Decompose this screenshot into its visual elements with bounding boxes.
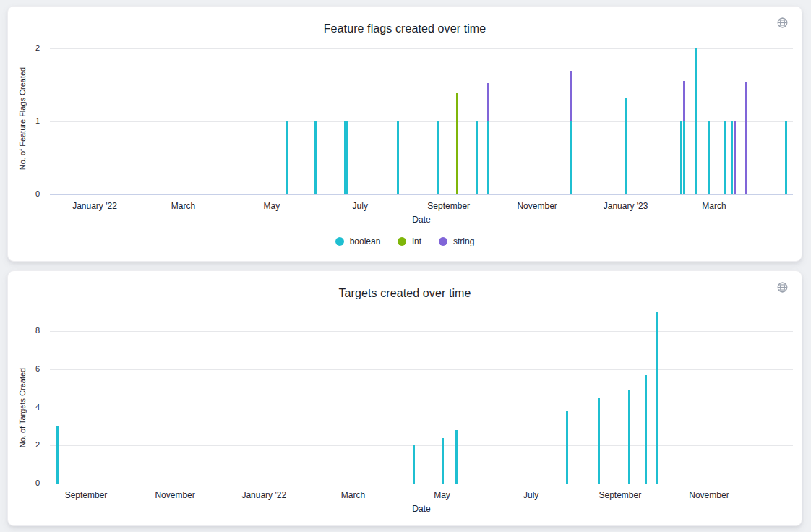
x-tick-label: January '23 (583, 201, 669, 212)
bar-string[interactable] (734, 121, 736, 194)
bar-boolean[interactable] (570, 121, 572, 194)
y-tick-label: 4 (8, 402, 40, 413)
x-tick-label: May (228, 201, 315, 212)
bar-boolean[interactable] (785, 121, 787, 194)
y-tick-label: 0 (8, 189, 40, 200)
gridline (50, 408, 793, 408)
x-tick-label: July (488, 490, 575, 501)
legend-dot (439, 237, 447, 246)
x-tick-label: July (317, 201, 403, 212)
bar-targets[interactable] (598, 398, 600, 484)
bar-targets[interactable] (413, 445, 415, 484)
x-tick-label: November (132, 490, 218, 501)
bar-targets[interactable] (442, 438, 444, 484)
bar-boolean[interactable] (680, 121, 682, 194)
x-tick-label: September (577, 490, 664, 501)
bar-boolean[interactable] (724, 121, 726, 194)
bar-targets[interactable] (455, 430, 458, 484)
bar-boolean[interactable] (487, 121, 489, 194)
chart-legend: booleanintstring (8, 236, 802, 246)
x-axis-title: Date (50, 215, 793, 225)
bar-targets[interactable] (645, 375, 647, 484)
legend-label: boolean (350, 236, 381, 246)
bar-boolean[interactable] (625, 98, 627, 194)
bar-int[interactable] (456, 93, 458, 194)
y-tick-label: 1 (8, 116, 40, 126)
bar-boolean[interactable] (476, 121, 478, 194)
legend-dot (335, 237, 344, 246)
bar-targets[interactable] (56, 426, 59, 484)
bar-targets[interactable] (566, 411, 568, 484)
legend-item-string[interactable]: string (439, 236, 474, 246)
x-tick-label: January '22 (220, 490, 307, 501)
bar-string[interactable] (683, 81, 685, 121)
bar-boolean[interactable] (344, 121, 348, 194)
bar-boolean[interactable] (397, 121, 399, 194)
bar-boolean[interactable] (708, 121, 710, 194)
x-tick-label: March (309, 490, 396, 501)
gridline (50, 331, 793, 332)
y-tick-label: 8 (8, 325, 40, 336)
bar-targets[interactable] (628, 390, 630, 484)
bar-boolean[interactable] (683, 121, 685, 194)
bar-boolean[interactable] (314, 121, 317, 194)
x-tick-label: September (406, 201, 492, 212)
gridline (50, 445, 793, 446)
legend-label: int (412, 236, 421, 246)
x-tick-label: March (140, 201, 226, 212)
bar-boolean[interactable] (286, 121, 288, 194)
legend-label: string (453, 236, 474, 246)
x-axis-title: Date (50, 504, 793, 514)
x-tick-label: November (494, 201, 580, 212)
bar-string[interactable] (487, 83, 489, 121)
x-axis-line (50, 484, 793, 484)
y-tick-label: 0 (8, 478, 40, 489)
gridline (50, 48, 793, 49)
x-tick-label: September (43, 490, 129, 501)
x-tick-label: May (399, 490, 486, 501)
bar-string[interactable] (745, 82, 747, 194)
bar-string[interactable] (570, 71, 572, 121)
bar-boolean[interactable] (437, 121, 439, 194)
x-tick-label: January '22 (51, 201, 138, 212)
x-tick-label: March (671, 201, 758, 212)
x-tick-label: November (666, 490, 752, 501)
y-tick-label: 2 (8, 439, 40, 450)
legend-item-boolean[interactable]: boolean (335, 236, 381, 246)
targets-chart-card: Targets created over time No. of Targets… (7, 270, 802, 526)
legend-item-int[interactable]: int (398, 236, 421, 246)
y-tick-label: 6 (8, 364, 40, 374)
x-axis-line (50, 194, 793, 195)
feature-flags-chart-card: Feature flags created over time No. of F… (7, 6, 802, 262)
gridline (50, 369, 793, 370)
bar-boolean[interactable] (695, 48, 697, 194)
bar-targets[interactable] (656, 312, 658, 484)
legend-dot (398, 237, 406, 246)
plot-area: 02468SeptemberNovemberJanuary '22MarchMa… (8, 271, 802, 525)
y-tick-label: 2 (8, 43, 40, 53)
bar-boolean[interactable] (731, 121, 733, 194)
